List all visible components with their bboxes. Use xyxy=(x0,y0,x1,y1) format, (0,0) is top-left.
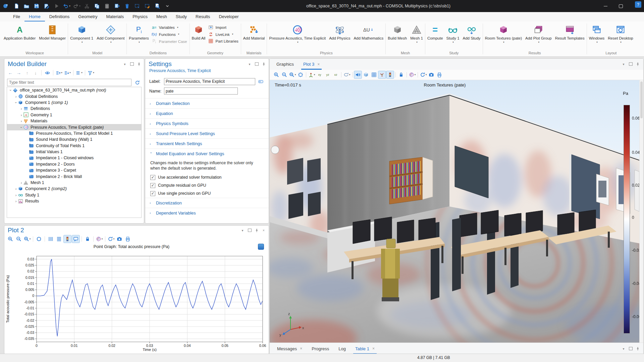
paste-button[interactable] xyxy=(102,1,112,11)
help-button[interactable]: ? xyxy=(635,1,641,8)
tree-item-results[interactable]: ›Results xyxy=(7,198,141,204)
save-button[interactable] xyxy=(32,1,42,11)
run-button[interactable] xyxy=(52,1,62,11)
functions-button[interactable]: f(x)Functions▾ xyxy=(151,32,187,37)
menu-file[interactable]: File xyxy=(9,12,24,21)
tab-close-icon[interactable]: × xyxy=(317,62,320,67)
print-button[interactable] xyxy=(435,71,443,79)
menu-physics[interactable]: Physics xyxy=(128,12,152,21)
tree-expander[interactable]: › xyxy=(14,100,18,105)
color-palette-button[interactable]: ▾ xyxy=(408,71,416,79)
print-button[interactable] xyxy=(124,235,132,243)
zoom-extents-button[interactable] xyxy=(35,235,43,243)
tree-item-impedance-2-brick-wall[interactable]: Impedance 2 - Brick Wall xyxy=(7,173,141,179)
redo-button[interactable]: ▾ xyxy=(72,1,82,11)
add-component-button[interactable]: Add Component▾ xyxy=(95,23,126,44)
tree-item-global-definitions[interactable]: ›Global Definitions xyxy=(7,93,141,99)
room-textures-pate-button[interactable]: Room Textures (pate)▾ xyxy=(483,23,524,44)
tree-item-component-2[interactable]: ›Component 2(comp2) xyxy=(7,186,141,192)
checkbox-use-accelerated-solver-formulation[interactable]: ✓ xyxy=(150,175,155,180)
panel-menu-button[interactable]: ▾ xyxy=(240,228,245,233)
view-yz-button[interactable]: yz xyxy=(324,71,332,79)
open-file-button[interactable] xyxy=(21,1,32,11)
tree-item-pressure-acoustics-time-explicit-model-1[interactable]: DPressure Acoustics, Time Explicit Model… xyxy=(7,130,141,136)
mesh-1-button[interactable]: Mesh 1▾ xyxy=(409,23,425,44)
section-transient-mesh-settings[interactable]: ›Transient Mesh Settings xyxy=(145,138,269,148)
panel-pin-button[interactable] xyxy=(261,62,266,66)
panel-pin-button[interactable] xyxy=(254,228,259,233)
default-view-button[interactable]: ▾ xyxy=(308,71,316,79)
panel-float-button[interactable] xyxy=(628,62,633,66)
menu-study[interactable]: Study xyxy=(171,12,191,21)
menu-home[interactable]: Home xyxy=(24,12,45,21)
parameters-button[interactable]: PiParameters▾ xyxy=(127,23,150,44)
copy-button[interactable] xyxy=(92,1,102,11)
3d-room-scene[interactable]: z x y xyxy=(270,80,639,343)
section-dependent-variables[interactable]: ›Dependent Variables xyxy=(145,208,269,218)
tree-expander[interactable]: › xyxy=(19,119,23,123)
checkbox-row-use-single-precision-on-gpu[interactable]: ✓Use single precision on GPU xyxy=(145,190,269,198)
tab-table-1[interactable]: Table 1× xyxy=(351,343,379,354)
model-manager-button[interactable]: Model Manager xyxy=(37,23,67,42)
plot-window-badge-icon[interactable] xyxy=(258,244,264,250)
section-sound-pressure-level-settings[interactable]: ›Sound Pressure Level Settings xyxy=(145,128,269,138)
tab-messages[interactable]: Messages× xyxy=(272,343,307,354)
tree-item-impedance-1-closed-windows[interactable]: Impedance 1 - Closed windows xyxy=(7,155,141,161)
find-button[interactable] xyxy=(152,1,162,11)
checkbox-compute-residual-on-gpu[interactable]: ✓ xyxy=(150,183,155,188)
zoom-extents-button[interactable] xyxy=(297,71,305,79)
panel-pin-button[interactable] xyxy=(635,346,640,351)
tree-item-geometry-1[interactable]: ›AGeometry 1 xyxy=(7,112,141,118)
maximize-button[interactable] xyxy=(613,0,629,12)
undo-button[interactable]: ▾ xyxy=(62,1,72,11)
add-material-button[interactable]: Add Material xyxy=(241,23,267,42)
duplicate-button[interactable] xyxy=(112,1,122,11)
section-domain-selection[interactable]: ›Domain Selection xyxy=(145,98,269,108)
color-palette-button[interactable]: ▾ xyxy=(95,235,103,243)
tree-expander[interactable]: › xyxy=(14,193,18,197)
view-xz-button[interactable]: xz xyxy=(332,71,340,79)
compute-button[interactable]: =Compute xyxy=(426,23,445,42)
panel-menu-button[interactable]: ▾ xyxy=(247,62,252,66)
name-field-input[interactable] xyxy=(164,87,238,95)
zoom-out-button[interactable] xyxy=(15,235,23,243)
panel-pin-button[interactable] xyxy=(635,62,640,66)
refresh-filter-button[interactable] xyxy=(133,78,141,86)
add-plot-group-button[interactable]: Add Plot Group▾ xyxy=(524,23,553,44)
part-libraries-button[interactable]: Part Libraries xyxy=(208,39,238,44)
livelink-button[interactable]: LiveLink▾ xyxy=(208,32,238,37)
study-1-button[interactable]: Study 1▾ xyxy=(445,23,461,44)
model-tree-nodes-button[interactable]: ▾ xyxy=(75,69,83,77)
add-mathematics-button[interactable]: ΔUAdd Mathematics xyxy=(352,23,385,42)
section-model-equation-and-solver-settings[interactable]: ›Model Equation and Solver Settings xyxy=(145,148,269,159)
menu-geometry[interactable]: Geometry xyxy=(74,12,102,21)
tree-item-materials[interactable]: ›Materials xyxy=(7,118,141,124)
import-button[interactable]: Import xyxy=(208,25,238,30)
show-options-button[interactable] xyxy=(43,69,51,77)
collapse-all-button[interactable]: ▾ xyxy=(55,69,63,77)
tree-item-impedance-3-carpet[interactable]: Impedance 3 - Carpet xyxy=(7,167,141,173)
tree-item-impedance-2-doors[interactable]: Impedance 2 - Doors xyxy=(7,161,141,167)
component-1-button[interactable]: Component 1▾ xyxy=(68,23,95,44)
save-as-button[interactable] xyxy=(42,1,52,11)
panel-float-button[interactable] xyxy=(628,346,633,351)
panel-float-button[interactable] xyxy=(129,62,134,66)
tree-item-definitions[interactable]: ›Definitions xyxy=(7,106,141,112)
label-field-input[interactable] xyxy=(164,78,255,85)
point-graph-chart[interactable]: 00.010.020.030.040.050.060.030.0250.020.… xyxy=(4,251,269,353)
snapshot-button[interactable] xyxy=(427,71,435,79)
tree-filter-input[interactable] xyxy=(7,79,131,86)
plot-axes-button[interactable] xyxy=(378,71,386,79)
clear-selection-button[interactable] xyxy=(142,1,152,11)
build-mesh-button[interactable]: Build Mesh xyxy=(386,23,409,42)
color-legend-button[interactable] xyxy=(63,235,71,243)
tab-close-icon[interactable]: × xyxy=(372,346,375,351)
toolbar-menu-button[interactable] xyxy=(162,1,172,11)
tab-plot-3[interactable]: Plot 3× xyxy=(299,59,324,70)
lock-axes-button[interactable] xyxy=(397,71,405,79)
tree-item-sound-hard-boundary-wall-1[interactable]: DSound Hard Boundary (Wall) 1 xyxy=(7,136,141,142)
back-arrow-button[interactable]: ← xyxy=(6,69,14,77)
tree-item-office-space-63-30t0-n4-ma-out-mph[interactable]: ›office_space_63_30T0_N4_ma_out.mph(root… xyxy=(7,87,141,93)
checkbox-row-compute-residual-on-gpu[interactable]: ✓Compute residual on GPU xyxy=(145,182,269,190)
section-physics-symbols[interactable]: ›Physics Symbols xyxy=(145,118,269,128)
